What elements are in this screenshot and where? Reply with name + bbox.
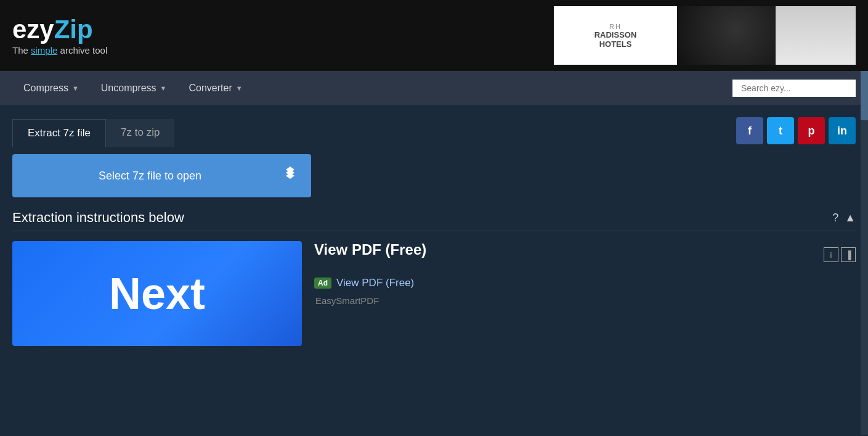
scrollbar[interactable] [861, 71, 868, 358]
social-icons: f t p in [736, 117, 856, 144]
tabs: Extract 7z file 7z to zip [12, 119, 174, 147]
tagline-prefix: The [12, 45, 31, 56]
facebook-button[interactable]: f [736, 117, 763, 144]
ad-badge: Ad [314, 278, 331, 289]
ad-row: Ad View PDF (Free) [314, 277, 856, 289]
dropbox-icon [282, 165, 299, 187]
logo[interactable]: ezyZip [12, 15, 107, 44]
uncompress-arrow: ▼ [160, 84, 167, 92]
tagline-suffix: archive tool [57, 45, 107, 56]
ad-panel-dark [677, 6, 776, 65]
nav-uncompress[interactable]: Uncompress ▼ [90, 71, 178, 105]
nav-converter[interactable]: Converter ▼ [178, 71, 254, 105]
main-content: Extract 7z file 7z to zip f t p in Selec… [0, 105, 868, 358]
ad-panel-light [776, 6, 856, 65]
nav-compress[interactable]: Compress ▼ [12, 71, 90, 105]
tab-7z-to-zip[interactable]: 7z to zip [106, 119, 174, 147]
logo-area: ezyZip The simple archive tool [12, 15, 107, 56]
converter-label: Converter [189, 83, 232, 94]
question-mark-icon[interactable]: ? [832, 212, 838, 224]
ad-image-left: Next [12, 241, 302, 346]
upload-button[interactable]: Select 7z file to open [12, 154, 311, 197]
instructions-bar: Extraction instructions below ? ▲ [12, 210, 856, 231]
ad-panel-radisson: RH RADISSONHOTELS [554, 6, 677, 65]
navbar: Compress ▼ Uncompress ▼ Converter ▼ [0, 71, 868, 105]
tabs-area: Extract 7z file 7z to zip f t p in [12, 117, 856, 147]
tagline-simple: simple [31, 45, 57, 56]
converter-arrow: ▼ [236, 84, 243, 92]
instructions-controls: ? ▲ [832, 212, 856, 224]
ad-link-text[interactable]: View PDF (Free) [336, 277, 414, 289]
uncompress-label: Uncompress [101, 83, 156, 94]
search-input[interactable] [732, 80, 856, 97]
ad-title: View PDF (Free) [314, 241, 426, 258]
ad-right-header: View PDF (Free) i ▐ [314, 241, 856, 268]
compress-arrow: ▼ [72, 84, 79, 92]
logo-zip: Zip [54, 15, 93, 44]
header: ezyZip The simple archive tool RH RADISS… [0, 0, 868, 71]
compress-label: Compress [23, 83, 68, 94]
scrollbar-thumb[interactable] [861, 71, 868, 120]
collapse-arrow-icon[interactable]: ▲ [845, 212, 856, 224]
ad-banner: RH RADISSONHOTELS [554, 6, 856, 65]
logo-ezy: ezy [12, 15, 54, 44]
info-bar-icon[interactable]: ▐ [841, 247, 856, 262]
pinterest-button[interactable]: p [798, 117, 825, 144]
upload-label: Select 7z file to open [25, 170, 275, 183]
info-icon[interactable]: i [824, 247, 838, 262]
tab-extract-7z[interactable]: Extract 7z file [12, 119, 106, 147]
instructions-title: Extraction instructions below [12, 210, 184, 226]
content-area: Next View PDF (Free) i ▐ Ad View PDF (Fr… [12, 241, 856, 346]
logo-tagline: The simple archive tool [12, 45, 107, 56]
twitter-button[interactable]: t [767, 117, 794, 144]
linkedin-button[interactable]: in [829, 117, 856, 144]
ad-right-panel: View PDF (Free) i ▐ Ad View PDF (Free) E… [314, 241, 856, 346]
ad-source: EasySmartPDF [314, 295, 856, 306]
